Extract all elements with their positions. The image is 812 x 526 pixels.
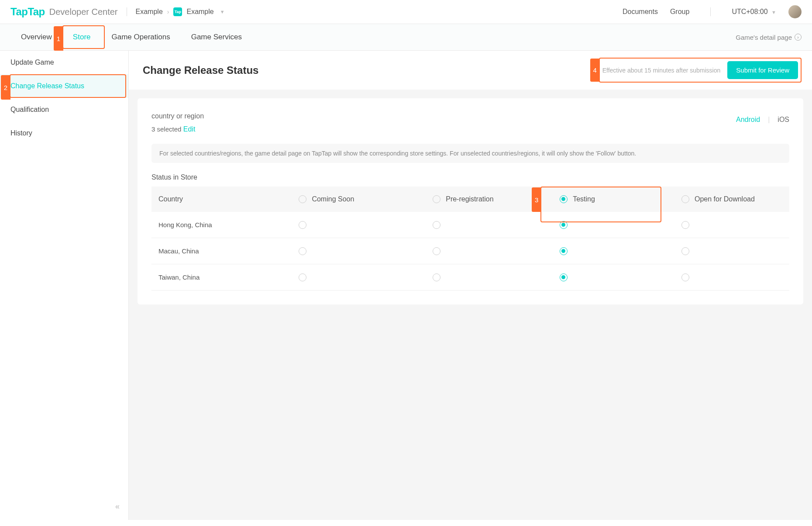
cell-radio-open_download[interactable] xyxy=(674,212,789,238)
cell-radio-coming_soon[interactable] xyxy=(292,264,426,291)
table-header-row: Country Coming Soon Pre-registration xyxy=(151,187,789,212)
chevron-right-icon: › xyxy=(167,8,169,15)
selected-count: 3 selected xyxy=(151,125,181,133)
sidebar-item-qualification[interactable]: Qualification xyxy=(0,98,128,121)
header-bar: TapTap Developer Center Example › Tap Ex… xyxy=(0,0,812,24)
page-title: Change Release Status xyxy=(143,64,258,76)
cell-radio-coming_soon[interactable] xyxy=(292,212,426,238)
submit-for-review-button[interactable]: Submit for Review xyxy=(727,61,798,79)
platform-tab-ios[interactable]: iOS xyxy=(778,116,789,124)
col-pre-registration[interactable]: Pre-registration xyxy=(426,187,540,212)
radio-icon xyxy=(433,273,440,281)
status-label: Status in Store xyxy=(151,173,789,181)
col-testing[interactable]: 3 Testing xyxy=(540,187,674,212)
cell-radio-pre_registration[interactable] xyxy=(426,264,540,291)
cell-radio-testing[interactable] xyxy=(540,238,674,264)
radio-icon xyxy=(433,195,440,203)
collapse-sidebar-icon[interactable]: « xyxy=(115,502,120,511)
radio-icon xyxy=(299,195,306,203)
radio-icon xyxy=(681,247,689,255)
main-content: Change Release Status 4 Effective about … xyxy=(129,51,812,520)
dropdown-caret-icon[interactable]: ▼ xyxy=(220,9,225,14)
layout: Update Game 2 Change Release Status Qual… xyxy=(0,51,812,520)
radio-icon xyxy=(560,273,568,281)
game-detail-page-link[interactable]: Game's detail page › xyxy=(736,34,802,41)
divider xyxy=(710,7,711,16)
radio-icon xyxy=(681,273,689,281)
nav-group[interactable]: Group xyxy=(670,8,689,16)
main-header: Change Release Status 4 Effective about … xyxy=(129,51,812,90)
cell-radio-coming_soon[interactable] xyxy=(292,238,426,264)
radio-icon xyxy=(681,221,689,229)
radio-icon xyxy=(433,247,440,255)
breadcrumb-item-1[interactable]: Example xyxy=(136,8,163,16)
sidebar: Update Game 2 Change Release Status Qual… xyxy=(0,51,129,520)
radio-icon xyxy=(299,221,306,229)
tab-game-services[interactable]: Game Services xyxy=(181,24,252,50)
cell-radio-pre_registration[interactable] xyxy=(426,238,540,264)
radio-icon xyxy=(681,195,689,203)
callout-4: 4 xyxy=(590,59,600,82)
platform-tabs: Android | iOS xyxy=(736,116,789,124)
cell-country: Taiwan, China xyxy=(151,264,292,291)
logo[interactable]: TapTap xyxy=(10,6,45,18)
dropdown-caret-icon: ▼ xyxy=(771,10,776,15)
table-row: Macau, China xyxy=(151,238,789,264)
tab-game-operations[interactable]: Game Operations xyxy=(101,24,181,50)
cell-radio-testing[interactable] xyxy=(540,264,674,291)
radio-icon xyxy=(299,273,306,281)
radio-icon xyxy=(560,247,568,255)
header-right: Documents Group UTC+08:00 ▼ xyxy=(623,5,802,18)
cell-radio-open_download[interactable] xyxy=(674,264,789,291)
col-country: Country xyxy=(151,187,292,212)
col-open-download[interactable]: Open for Download xyxy=(674,187,789,212)
main-tabs: Overview 1 Store Game Operations Game Se… xyxy=(0,24,812,51)
divider xyxy=(127,7,127,16)
table-row: Hong Kong, China xyxy=(151,212,789,238)
radio-icon xyxy=(560,195,568,203)
timezone-selector[interactable]: UTC+08:00 ▼ xyxy=(732,8,776,16)
submit-note: Effective about 15 minutes after submiss… xyxy=(602,67,721,74)
nav-documents[interactable]: Documents xyxy=(623,8,658,16)
info-banner: For selected countries/regions, the game… xyxy=(151,144,789,163)
radio-icon xyxy=(560,221,568,229)
platform-tab-android[interactable]: Android xyxy=(736,116,760,124)
tab-store-wrapper: 1 Store xyxy=(62,24,101,50)
dev-center-label: Developer Center xyxy=(49,7,118,17)
cell-country: Hong Kong, China xyxy=(151,212,292,238)
sidebar-item-change-release-status[interactable]: Change Release Status xyxy=(0,74,128,98)
tab-store[interactable]: Store xyxy=(62,24,101,50)
breadcrumb-item-2[interactable]: Example xyxy=(186,8,213,16)
divider: | xyxy=(768,116,770,124)
content-card: country or region 3 selected Edit Androi… xyxy=(138,98,803,305)
radio-icon xyxy=(299,247,306,255)
region-label: country or region xyxy=(151,112,789,120)
edit-link[interactable]: Edit xyxy=(183,125,196,133)
radio-icon xyxy=(433,221,440,229)
selected-row: 3 selected Edit xyxy=(151,125,789,133)
breadcrumb: Example › Tap Example ▼ xyxy=(136,7,225,16)
sidebar-item-history[interactable]: History xyxy=(0,121,128,145)
col-coming-soon[interactable]: Coming Soon xyxy=(292,187,426,212)
sidebar-item-wrapper: 2 Change Release Status xyxy=(0,74,128,98)
table-row: Taiwan, China xyxy=(151,264,789,291)
status-table: Country Coming Soon Pre-registration xyxy=(151,187,789,291)
cell-country: Macau, China xyxy=(151,238,292,264)
cell-radio-pre_registration[interactable] xyxy=(426,212,540,238)
cell-radio-testing[interactable] xyxy=(540,212,674,238)
app-icon: Tap xyxy=(173,7,182,16)
arrow-right-circle-icon: › xyxy=(795,34,802,41)
sidebar-item-update-game[interactable]: Update Game xyxy=(0,51,128,74)
avatar[interactable] xyxy=(788,5,802,18)
cell-radio-open_download[interactable] xyxy=(674,238,789,264)
tab-overview[interactable]: Overview xyxy=(10,24,62,50)
